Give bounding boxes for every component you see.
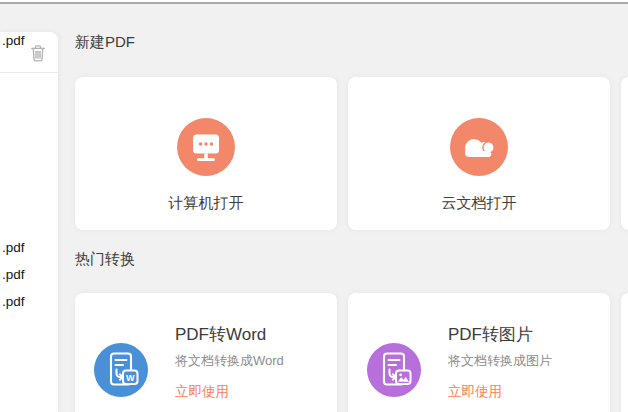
use-now-link[interactable]: 立即使用 (175, 383, 229, 401)
cloud-icon (450, 118, 508, 176)
card-label: 云文档打开 (348, 194, 610, 213)
card-label: 计算机打开 (75, 194, 337, 213)
recent-files-sidebar: .pdf .pdf .pdf .pdf (0, 32, 58, 412)
card-subtitle: 将文档转换成图片 (448, 352, 552, 370)
pdf-to-image-card[interactable]: PDF转图片 将文档转换成图片 立即使用 (348, 293, 610, 412)
sidebar-file-item[interactable]: .pdf (2, 239, 56, 257)
open-from-cloud-card[interactable]: 云文档打开 (348, 77, 610, 230)
image-file-icon (367, 343, 421, 397)
sidebar-file-item[interactable]: .pdf (2, 32, 56, 50)
computer-icon (177, 118, 235, 176)
section-title-hot-convert: 热门转换 (75, 250, 135, 269)
card-title: PDF转图片 (448, 323, 533, 346)
open-from-computer-card[interactable]: 计算机打开 (75, 77, 337, 230)
pdf-to-word-card[interactable]: W PDF转Word 将文档转换成Word 立即使用 (75, 293, 337, 412)
partial-card[interactable] (621, 293, 628, 412)
sidebar-divider (0, 72, 58, 73)
word-file-icon: W (94, 343, 148, 397)
sidebar-file-item[interactable]: .pdf (2, 266, 56, 284)
use-now-link[interactable]: 立即使用 (448, 383, 502, 401)
card-subtitle: 将文档转换成Word (175, 352, 284, 370)
card-title: PDF转Word (175, 323, 266, 346)
svg-text:W: W (126, 373, 135, 383)
sidebar-file-item[interactable]: .pdf (2, 293, 56, 311)
window-top-rule (0, 2, 628, 4)
section-title-new-pdf: 新建PDF (75, 33, 135, 52)
partial-card[interactable] (621, 77, 628, 230)
